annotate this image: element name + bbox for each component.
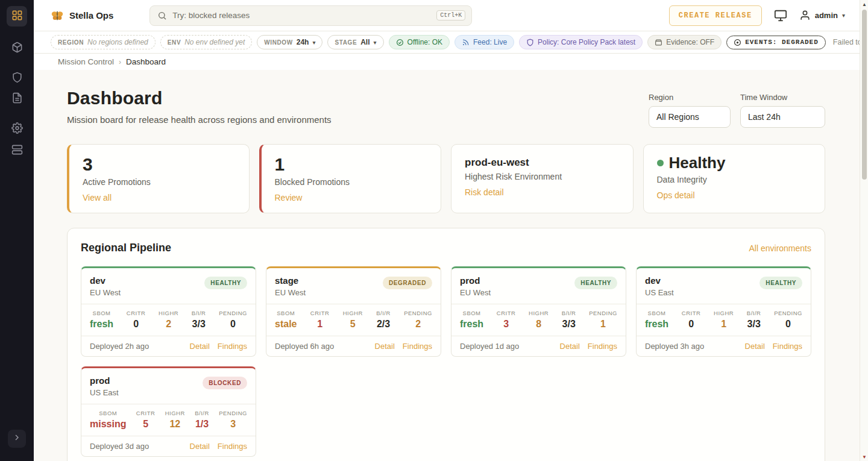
window-context-pill[interactable]: WINDOW 24h ▾ <box>257 35 322 49</box>
display-mode-button[interactable] <box>774 9 787 22</box>
metric-label: CRITR <box>497 310 516 316</box>
env-card-dev-eu-west: dev EU West HEALTHY SBOMfresh CRITR0 HIG… <box>81 266 256 357</box>
page-header: Dashboard Mission board for release heal… <box>67 88 825 128</box>
metric-label: CRITR <box>136 410 156 416</box>
region-filter-select[interactable]: All Regions <box>649 106 731 128</box>
highr-value: 5 <box>343 319 363 330</box>
ops-detail-link[interactable]: Ops detail <box>657 190 695 200</box>
status-badge: HEALTHY <box>574 277 617 289</box>
vertical-scrollbar[interactable]: ▲ ▼ <box>860 0 868 461</box>
blocked-promotions-label: Blocked Promotions <box>275 177 429 187</box>
findings-link[interactable]: Findings <box>218 442 247 451</box>
detail-link[interactable]: Detail <box>190 442 210 451</box>
sidebar-expand-button[interactable] <box>8 430 26 448</box>
breadcrumb-mission-control[interactable]: Mission Control <box>58 57 114 66</box>
events-status-chip[interactable]: EVENTS: DEGRADED <box>726 36 826 49</box>
pending-value: 0 <box>219 319 247 330</box>
policy-status-chip[interactable]: Policy: Core Policy Pack latest <box>519 35 643 49</box>
pending-value: 1 <box>589 319 617 330</box>
deployed-text: Deployed 1d ago <box>460 342 519 351</box>
metric-label: HIGHR <box>165 410 185 416</box>
data-integrity-label: Data Integrity <box>657 175 813 184</box>
highest-risk-label: Highest Risk Environment <box>465 172 621 181</box>
pending-value: 2 <box>404 319 432 330</box>
env-name: prod <box>460 275 491 286</box>
monitor-icon <box>774 9 787 22</box>
sidebar-item-policy[interactable] <box>11 72 23 84</box>
sbom-value: missing <box>90 419 126 430</box>
region-filter-value: All Regions <box>656 112 699 122</box>
findings-link[interactable]: Findings <box>403 342 432 351</box>
time-window-filter-select[interactable]: Last 24h <box>740 106 825 128</box>
detail-link[interactable]: Detail <box>560 342 580 351</box>
topbar-actions: CREATE RELEASE admin ▾ <box>669 5 845 26</box>
app-root: Stella Ops Ctrl+K CREATE RELEASE admin ▾ <box>0 0 868 461</box>
search-shortcut-hint: Ctrl+K <box>436 10 465 20</box>
sidebar-item-documents[interactable] <box>11 93 23 105</box>
env-name: stage <box>275 275 306 286</box>
server-icon <box>11 144 23 158</box>
view-all-link[interactable]: View all <box>83 193 112 202</box>
window-pill-value: 24h <box>297 38 309 46</box>
deployed-text: Deployed 2h ago <box>90 342 149 351</box>
metric-label: SBOM <box>645 310 668 316</box>
metric-label: B/I/R <box>562 310 576 316</box>
env-context-pill[interactable]: ENV No env defined yet <box>160 35 252 49</box>
env-region: US East <box>90 388 119 397</box>
findings-link[interactable]: Findings <box>588 342 617 351</box>
env-region: EU West <box>90 288 121 297</box>
sidebar-item-releases[interactable] <box>11 42 23 54</box>
stage-context-pill[interactable]: STAGE All ▾ <box>327 35 383 49</box>
findings-link[interactable]: Findings <box>218 342 247 351</box>
sidebar-item-dashboard[interactable] <box>7 6 27 27</box>
highest-risk-card: prod-eu-west Highest Risk Environment Ri… <box>451 144 634 213</box>
findings-link[interactable]: Findings <box>773 342 802 351</box>
metric-label: SBOM <box>460 310 483 316</box>
review-link[interactable]: Review <box>275 193 303 202</box>
global-search[interactable]: Ctrl+K <box>149 5 472 26</box>
scroll-down-arrow-icon[interactable]: ▼ <box>860 453 868 461</box>
evidence-status-chip[interactable]: Evidence: OFF <box>647 35 722 49</box>
detail-link[interactable]: Detail <box>375 342 395 351</box>
sidebar-item-infrastructure[interactable] <box>11 145 23 157</box>
sidebar-item-settings[interactable] <box>11 123 23 135</box>
offline-status-chip[interactable]: Offline: OK <box>389 35 450 49</box>
data-integrity-card: Healthy Data Integrity Ops detail <box>643 144 826 213</box>
bir-value: 3/3 <box>747 319 761 330</box>
bir-value: 3/3 <box>562 319 576 330</box>
evidence-status-label: Evidence: OFF <box>666 38 714 46</box>
active-promotions-label: Active Promotions <box>83 177 237 187</box>
region-pill-value: No regions defined <box>87 38 148 46</box>
butterfly-logo-icon <box>51 9 64 22</box>
critr-value: 1 <box>310 319 330 330</box>
chevron-down-icon: ▾ <box>374 39 377 46</box>
user-menu[interactable]: admin ▾ <box>799 10 845 21</box>
scrollbar-thumb[interactable] <box>862 10 867 180</box>
document-icon <box>11 92 23 106</box>
highr-value: 12 <box>165 419 185 430</box>
create-release-button[interactable]: CREATE RELEASE <box>669 5 762 26</box>
topbar: Stella Ops Ctrl+K CREATE RELEASE admin ▾ <box>34 0 860 31</box>
pending-value: 3 <box>219 419 247 430</box>
stage-pill-value: All <box>360 38 370 46</box>
detail-link[interactable]: Detail <box>745 342 765 351</box>
risk-detail-link[interactable]: Risk detail <box>465 187 504 197</box>
all-environments-link[interactable]: All environments <box>749 243 812 253</box>
metric-label: PENDING <box>774 310 802 316</box>
env-card-prod-eu-west: prod EU West HEALTHY SBOMfresh CRITR3 HI… <box>451 266 626 357</box>
detail-link[interactable]: Detail <box>190 342 210 351</box>
region-context-pill[interactable]: REGION No regions defined <box>51 35 156 49</box>
critr-value: 0 <box>682 319 701 330</box>
user-name: admin <box>815 11 838 20</box>
feed-status-chip[interactable]: Feed: Live <box>454 35 514 49</box>
shield-icon <box>11 72 23 86</box>
brand[interactable]: Stella Ops <box>51 9 113 22</box>
metric-label: B/I/R <box>747 310 761 316</box>
search-input[interactable] <box>172 11 431 20</box>
status-badge: HEALTHY <box>204 277 247 289</box>
deployed-text: Deployed 3h ago <box>645 342 704 351</box>
env-pill-label: ENV <box>168 39 181 46</box>
metric-label: PENDING <box>219 410 247 416</box>
scroll-up-arrow-icon[interactable]: ▲ <box>860 0 868 8</box>
time-window-filter-value: Last 24h <box>748 112 781 122</box>
